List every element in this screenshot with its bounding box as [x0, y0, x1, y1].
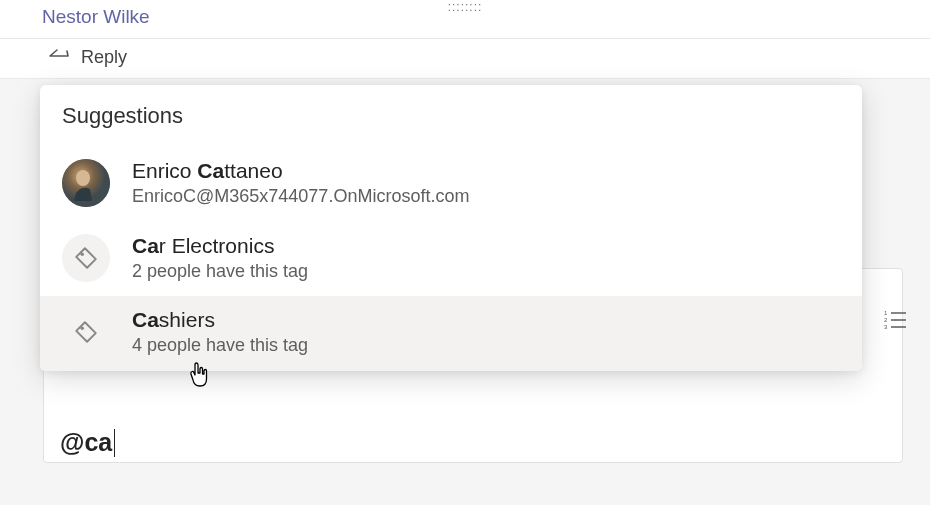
suggestions-header: Suggestions: [40, 99, 862, 147]
suggestion-title: Enrico Cattaneo: [132, 158, 469, 184]
window-drag-handle[interactable]: ::::::::: [448, 0, 483, 14]
svg-point-9: [80, 327, 83, 330]
svg-text:2: 2: [884, 317, 888, 323]
mention-input-text[interactable]: @ca: [60, 428, 115, 457]
text-cursor: [114, 429, 115, 457]
suggestion-item-person[interactable]: Enrico Cattaneo EnricoC@M365x744077.OnMi…: [40, 147, 862, 222]
avatar: [62, 159, 110, 207]
svg-text:1: 1: [884, 310, 888, 316]
svg-point-8: [80, 252, 83, 255]
tag-icon: [62, 234, 110, 282]
suggestion-subtitle: 2 people have this tag: [132, 259, 308, 283]
suggestion-item-tag[interactable]: Cashiers 4 people have this tag: [40, 296, 862, 371]
suggestion-title: Cashiers: [132, 307, 308, 333]
mention-suggestions-panel: Suggestions Enrico Cattaneo Enric: [40, 85, 862, 371]
reply-label: Reply: [81, 47, 127, 68]
suggestion-item-tag[interactable]: Car Electronics 2 people have this tag: [40, 222, 862, 297]
numbered-list-icon[interactable]: 1 2 3: [884, 310, 906, 335]
reply-arrow-icon: [48, 48, 70, 68]
tag-icon: [62, 308, 110, 356]
reply-button[interactable]: Reply: [0, 39, 930, 79]
suggestion-subtitle: EnricoC@M365x744077.OnMicrosoft.com: [132, 184, 469, 208]
suggestion-subtitle: 4 people have this tag: [132, 333, 308, 357]
suggestion-title: Car Electronics: [132, 233, 308, 259]
svg-point-7: [76, 170, 90, 186]
svg-text:3: 3: [884, 324, 888, 330]
